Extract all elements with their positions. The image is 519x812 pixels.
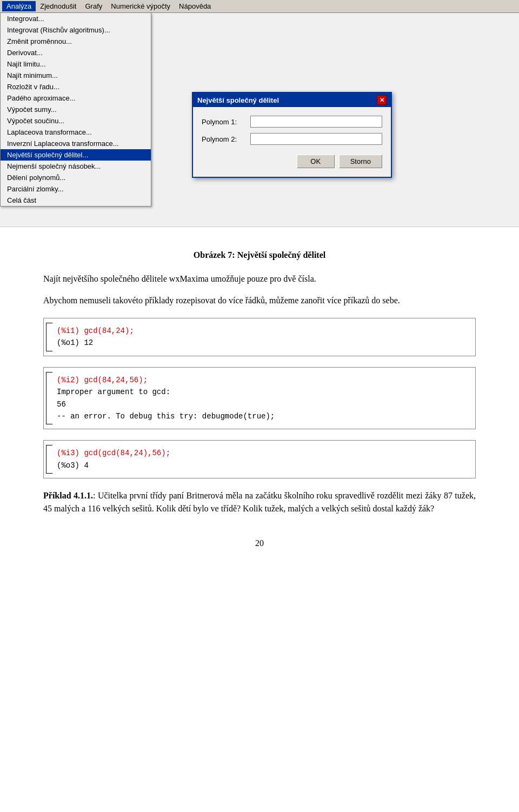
polynom1-input[interactable] — [250, 116, 382, 128]
code-bracket-2 — [46, 372, 52, 425]
menu-item-najit-limitu[interactable]: Najít limitu... — [1, 58, 151, 70]
menu-item-rozlozit[interactable]: Rozložit v řadu... — [1, 81, 151, 92]
figure-caption: Obrázek 7: Největší společný dělitel — [43, 249, 476, 262]
code-bracket-1 — [46, 323, 52, 351]
menu-item-vypocet-sumy[interactable]: Výpočet sumy... — [1, 104, 151, 115]
code-line-56: 56 — [57, 398, 467, 410]
code-content-2: (%i2) gcd(84,24,56); Improper argument t… — [52, 374, 467, 423]
menu-numericke[interactable]: Numerické výpočty — [107, 1, 175, 11]
code-line-i1: (%i1) gcd(84,24); — [57, 325, 467, 337]
code-block-2: (%i2) gcd(84,24,56); Improper argument t… — [43, 367, 476, 430]
menu-item-vypocet-soucinu[interactable]: Výpočet součinu... — [1, 115, 151, 127]
paragraph-1: Najít největšího společného dělitele wxM… — [43, 272, 476, 285]
code-block-1: (%i1) gcd(84,24); (%o1) 12 — [43, 318, 476, 356]
menu-item-inverzni-laplaceova[interactable]: Inverzní Laplaceova transformace... — [1, 138, 151, 149]
screenshot-area: Analýza Zjednodušit Grafy Numerické výpo… — [0, 0, 519, 227]
polynom2-label: Polynom 2: — [202, 135, 250, 143]
menu-napoveda[interactable]: Nápověda — [175, 1, 215, 11]
menu-grafy[interactable]: Grafy — [81, 1, 107, 11]
polynom1-label: Polynom 1: — [202, 118, 250, 126]
code-line-error: -- an error. To debug this try: debugmod… — [57, 410, 467, 422]
menu-bar[interactable]: Analýza Zjednodušit Grafy Numerické výpo… — [0, 0, 519, 13]
menu-item-nejmensi-nasobek[interactable]: Nejmenší společný násobek... — [1, 161, 151, 172]
menu-analyza[interactable]: Analýza — [2, 1, 36, 11]
dialog-window: Největší společný dělitel ✕ Polynom 1: P… — [192, 92, 392, 178]
menu-item-integrovat-risch[interactable]: Integrovat (Rischův algoritmus)... — [1, 24, 151, 36]
code-line-improper: Improper argument to gcd: — [57, 386, 467, 398]
code-content-3: (%i3) gcd(gcd(84,24),56); (%o3) 4 — [52, 447, 467, 471]
polynom2-input[interactable] — [250, 133, 382, 145]
menu-item-padeho[interactable]: Padého aproximace... — [1, 92, 151, 104]
example-heading: Příklad 4.1.1. — [43, 491, 93, 500]
example-text: : Učitelka první třídy paní Britnerová m… — [43, 491, 476, 513]
menu-item-deleni[interactable]: Dělení polynomů... — [1, 172, 151, 183]
paragraph-2: Abychom nemuseli takovéto příklady rozep… — [43, 294, 476, 307]
polynom1-field: Polynom 1: — [202, 116, 382, 128]
dialog-buttons: OK Storno — [202, 150, 382, 168]
menu-item-integrovat[interactable]: Integrovat... — [1, 13, 151, 24]
menu-item-nejvetsi-delitel[interactable]: Největší společný dělitel... — [1, 149, 151, 161]
menu-item-najit-minimum[interactable]: Najít minimum... — [1, 70, 151, 81]
code-bracket-3 — [46, 445, 52, 474]
menu-item-zmenit[interactable]: Změnit proměnnou... — [1, 36, 151, 47]
storno-button[interactable]: Storno — [339, 155, 382, 168]
code-line-i2: (%i2) gcd(84,24,56); — [57, 374, 467, 386]
menu-zjednodusit[interactable]: Zjednodušit — [36, 1, 81, 11]
menu-item-parcialni[interactable]: Parciální zlomky... — [1, 183, 151, 195]
code-line-i3: (%i3) gcd(gcd(84,24),56); — [57, 447, 467, 459]
menu-item-derivovat[interactable]: Derivovat... — [1, 47, 151, 58]
dialog-titlebar: Největší společný dělitel ✕ — [193, 93, 391, 107]
ok-button[interactable]: OK — [297, 155, 335, 168]
document-body: Obrázek 7: Největší společný dělitel Naj… — [0, 227, 519, 571]
dialog-close-button[interactable]: ✕ — [377, 95, 387, 105]
dropdown-menu: Integrovat... Integrovat (Rischův algori… — [0, 13, 151, 207]
code-block-3: (%i3) gcd(gcd(84,24),56); (%o3) 4 — [43, 440, 476, 478]
code-line-o1: (%o1) 12 — [57, 337, 467, 349]
code-line-o3: (%o3) 4 — [57, 460, 467, 471]
menu-item-laplaceova[interactable]: Laplaceova transformace... — [1, 127, 151, 138]
page-number: 20 — [43, 537, 476, 550]
menu-item-cela-cast[interactable]: Celá část — [1, 195, 151, 206]
example-paragraph: Příklad 4.1.1.: Učitelka první třídy pan… — [43, 489, 476, 515]
code-content-1: (%i1) gcd(84,24); (%o1) 12 — [52, 325, 467, 349]
polynom2-field: Polynom 2: — [202, 133, 382, 145]
dialog-body: Polynom 1: Polynom 2: OK Storno — [193, 107, 391, 177]
dialog-title: Největší společný dělitel — [197, 96, 279, 104]
